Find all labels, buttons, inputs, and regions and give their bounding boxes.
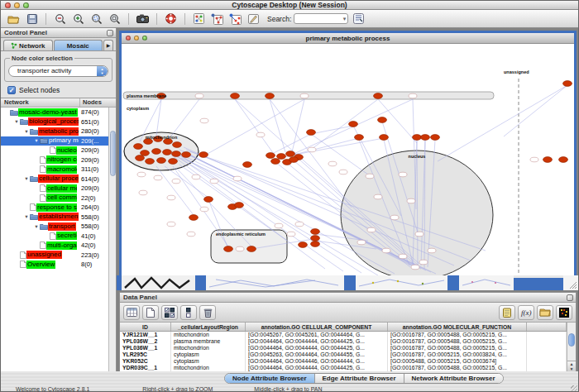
tree-row-establishment-of-lo[interactable]: ▼establishment of lo558(0) [1, 213, 116, 222]
tree-expand-icon[interactable]: ▼ [33, 224, 40, 229]
tab-edge-attribute-browser[interactable]: Edge Attribute Browser [315, 374, 404, 383]
tabs-overflow-button[interactable]: ▶ [103, 40, 113, 50]
network-canvas[interactable]: plasma membranecytoplasmmitochondrionnuc… [122, 44, 574, 275]
resize-grip[interactable] [571, 385, 577, 392]
tree-row-unassigned[interactable]: unassigned223(0) [1, 251, 116, 261]
node-unselected [419, 260, 428, 265]
float-panel-icon[interactable] [107, 30, 113, 36]
unselect-attributes-button[interactable] [180, 305, 197, 320]
tree-expand-icon[interactable]: ▼ [33, 138, 40, 143]
tab-node-attribute-browser[interactable]: Node Attribute Browser [225, 374, 315, 383]
node-unselected [187, 232, 195, 237]
select-attributes-button[interactable] [123, 305, 140, 320]
tree-row-response-to-stimulu[interactable]: response to stimulu264(0) [1, 203, 116, 213]
zoom-selected-button[interactable] [89, 12, 104, 26]
select-all-attributes-button[interactable] [161, 305, 178, 320]
tree-row-macromolecule[interactable]: macromolecule311(0) [1, 165, 116, 174]
column-header-_cellularLayoutRegion[interactable]: _cellularLayoutRegion [171, 323, 246, 331]
table-scrollbar-buttons[interactable]: ▲▼ [567, 361, 576, 371]
tree-expand-icon[interactable]: ▼ [13, 119, 20, 124]
tree-scrollbar[interactable] [108, 108, 116, 371]
help-button[interactable] [163, 12, 179, 26]
node-highlighted [286, 151, 295, 157]
table-row[interactable]: YDR039C__1mitochondrion[GO:0044464, GO:0… [120, 365, 576, 371]
function-builder-button[interactable]: f(x) [518, 305, 534, 320]
tree-row-secretion[interactable]: secretion41(0) [1, 232, 116, 241]
node-highlighted [157, 158, 166, 164]
network-view-titlebar[interactable]: primary metabolic process [122, 33, 574, 44]
tree-row-biological-process[interactable]: ▼biological_process651(0) [1, 117, 116, 127]
tree-row-cellular-metabo[interactable]: cellular metabo209(0) [1, 184, 116, 194]
close-window-button[interactable] [5, 2, 11, 8]
column-header-annotation.GO CELLULAR_COMPONENT[interactable]: annotation.GO CELLULAR_COMPONENT [246, 323, 388, 331]
delete-attribute-button[interactable] [199, 305, 216, 320]
tab-mosaic[interactable]: Mosaic [54, 40, 103, 50]
create-attribute-button[interactable] [142, 305, 159, 320]
node-color-dropdown[interactable]: transporter activity ▲▼ [8, 65, 108, 77]
attribute-table-header[interactable]: ID_cellularLayoutRegionannotation.GO CEL… [120, 323, 576, 332]
table-row[interactable]: YJR121W__1mitochondrion[GO:0045267, GO:0… [120, 332, 576, 338]
tree-row-overview[interactable]: Overview8(0) [1, 260, 116, 270]
annotation-button[interactable] [246, 12, 261, 26]
import-attributes-button[interactable] [537, 305, 553, 320]
label-mitochondrion: mitochondrion [146, 135, 178, 140]
tree-row-nucleobase-[interactable]: nucleobase-209(0) [1, 146, 116, 155]
table-row[interactable]: YLR295Ccytoplasm[GO:0045263, GO:0044464,… [120, 351, 576, 358]
tree-row-transport[interactable]: ▼transport558(0) [1, 222, 116, 232]
advanced-search-button[interactable] [351, 12, 366, 26]
new-document-icon [146, 308, 155, 318]
checkbox-list-icon [165, 308, 175, 318]
float-data-panel-icon[interactable] [567, 294, 573, 301]
open-session-button[interactable] [6, 12, 22, 26]
network-view-window[interactable]: primary metabolic process plasma membran… [119, 31, 577, 275]
zoom-out-button[interactable] [52, 12, 68, 26]
tree-row-node-count: 209(0) [81, 146, 99, 154]
layout-button-2[interactable] [227, 12, 243, 26]
table-row[interactable]: YPL036W__1mitochondrion[GO:0044464, GO:0… [120, 345, 576, 351]
zoom-fit-button[interactable] [107, 12, 122, 26]
node-highlighted [311, 236, 320, 241]
table-scrollbar[interactable]: ▲▼ [567, 323, 576, 371]
tree-row-multi-organism-pro[interactable]: multi-organism pro42(0) [1, 241, 116, 251]
status-pan-hint: Middle-click + drag to PAN [254, 386, 322, 392]
tree-expand-icon[interactable]: ▼ [23, 129, 30, 134]
zoom-window-button[interactable] [23, 2, 29, 8]
table-row[interactable]: YPL036W__2plasma membrane[GO:0044464, GO… [120, 338, 576, 345]
table-scrollbar-thumb[interactable] [568, 333, 575, 347]
vizmapper-button[interactable] [191, 12, 207, 26]
table-row[interactable]: YKR052Ccytoplasm[GO:0044464, GO:0044446,… [120, 358, 576, 365]
tree-row-mosaic-demo-yeast[interactable]: mosaic-demo-yeast874(0) [1, 108, 116, 117]
select-nodes-checkbox[interactable]: ✓ Select nodes [1, 84, 116, 98]
minimize-view-button[interactable] [134, 36, 139, 41]
node-unselected [366, 174, 374, 179]
close-view-button[interactable] [126, 36, 131, 41]
minimize-window-button[interactable] [14, 2, 20, 8]
search-input[interactable]: ▾ [294, 13, 348, 24]
tree-expand-icon[interactable]: ▼ [23, 176, 30, 181]
tree-row-metabolic-process[interactable]: ▼metabolic process280(0) [1, 127, 116, 136]
tree-row-cellular-process[interactable]: ▼cellular process614(0) [1, 174, 116, 184]
tab-network-attribute-browser[interactable]: Network Attribute Browser [404, 374, 503, 383]
tree-row-primary-metabo[interactable]: ▼primary metabo209(... [1, 136, 116, 146]
layout-button-1[interactable] [209, 12, 225, 26]
window-titlebar[interactable]: Cytoscape Desktop (New Session) [1, 1, 578, 10]
zoom-in-button[interactable] [70, 12, 86, 26]
tree-expand-icon[interactable]: ▼ [23, 214, 30, 219]
tree-row-nitrogen-compo[interactable]: nitrogen compo209(0) [1, 155, 116, 165]
tree-scrollbar-thumb[interactable] [110, 131, 116, 176]
tree-row-cell-communicat[interactable]: cell communicat22(0) [1, 194, 116, 203]
table-cell: YPL036W__1 [120, 345, 171, 351]
tree-row-label: establishment of lo [38, 213, 79, 221]
column-header-ID[interactable]: ID [120, 323, 171, 331]
search-dropdown-arrow-icon[interactable]: ▾ [343, 16, 347, 22]
column-header-annotation.GO MOLECULAR_FUNCTION[interactable]: annotation.GO MOLECULAR_FUNCTION [388, 323, 527, 331]
node-unselected [411, 265, 419, 270]
tab-network[interactable]: Network [3, 40, 53, 50]
zoom-view-button[interactable] [142, 36, 147, 41]
save-session-button[interactable] [24, 12, 40, 26]
matrix-view-button[interactable] [556, 305, 572, 320]
snapshot-button[interactable] [135, 12, 151, 26]
tree-row-node-count: 209(0) [81, 184, 99, 192]
search-label: Search: [267, 15, 291, 23]
notes-button[interactable] [499, 305, 515, 320]
